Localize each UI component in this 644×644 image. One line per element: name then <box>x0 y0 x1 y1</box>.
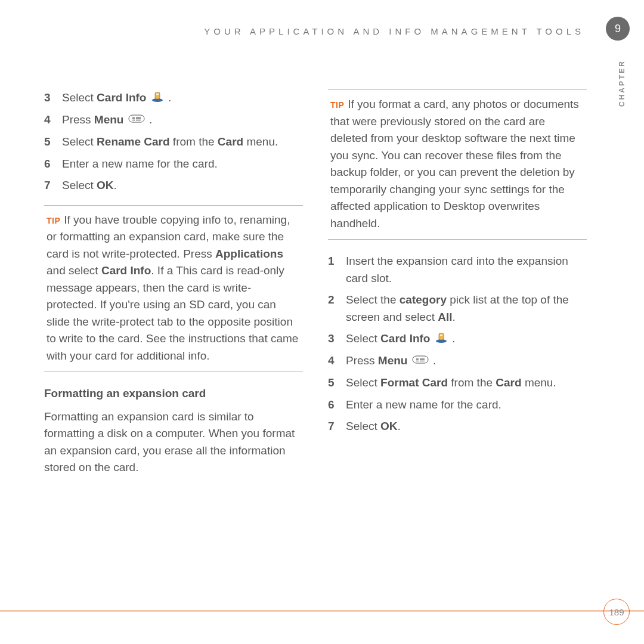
list-item: 4 Press Menu . <box>328 352 587 370</box>
list-item: 3 Select Card Info . <box>328 330 587 348</box>
page-number: 189 <box>603 599 630 625</box>
step-number: 7 <box>44 177 54 194</box>
step-number: 7 <box>328 418 338 435</box>
text: Select <box>62 135 97 148</box>
text: . <box>398 420 401 432</box>
text: from the <box>170 135 218 148</box>
svg-rect-1 <box>155 92 160 99</box>
list-item: 3 Select Card Info . <box>44 89 303 107</box>
body-paragraph: Formatting an expansion card is similar … <box>44 408 303 476</box>
step-number: 4 <box>44 112 54 129</box>
svg-rect-2 <box>156 94 159 95</box>
svg-rect-11 <box>439 333 444 340</box>
list-item: 6 Enter a new name for the card. <box>44 156 303 173</box>
bold-text: Card <box>218 135 243 148</box>
bold-text: Format Card <box>380 376 448 389</box>
svg-rect-19 <box>420 361 425 361</box>
step-number: 1 <box>328 253 338 287</box>
list-item: 7 Select OK. <box>44 177 303 194</box>
list-item: 7 Select OK. <box>328 418 587 435</box>
tip-label: TIP <box>47 216 60 225</box>
menu-icon <box>128 112 145 129</box>
text: Press <box>62 113 94 126</box>
menu-icon <box>412 353 429 370</box>
left-steps: 3 Select Card Info . 4 Press Menu <box>44 89 303 194</box>
tip-label: TIP <box>330 100 344 110</box>
bold-text: Card Info <box>101 264 151 277</box>
tip-box: TIPIf you have trouble copying info to, … <box>44 205 303 373</box>
text: . <box>452 332 455 345</box>
step-number: 6 <box>328 397 338 414</box>
right-steps: 1 Insert the expansion card into the exp… <box>328 253 587 435</box>
list-item: 6 Enter a new name for the card. <box>328 397 587 414</box>
card-info-icon <box>151 90 164 107</box>
tip-text: If you format a card, any photos or docu… <box>330 98 579 230</box>
step-number: 4 <box>328 352 338 370</box>
svg-rect-15 <box>416 359 419 360</box>
svg-rect-18 <box>420 359 425 360</box>
text: menu. <box>243 135 278 148</box>
svg-rect-16 <box>416 361 419 361</box>
text: Select <box>346 420 380 432</box>
step-text: Insert the expansion card into the expan… <box>346 253 587 287</box>
svg-rect-6 <box>132 120 135 120</box>
right-column: TIPIf you format a card, any photos or d… <box>328 89 587 486</box>
svg-rect-12 <box>440 335 442 336</box>
step-number: 6 <box>44 156 54 173</box>
chapter-label: CHAPTER <box>618 60 626 107</box>
footer-rule <box>0 611 644 612</box>
text: Select <box>62 91 97 104</box>
text: . <box>433 354 436 367</box>
bold-text: Applications <box>215 247 283 260</box>
list-item: 2 Select the category pick list at the t… <box>328 292 587 326</box>
tip-box: TIPIf you format a card, any photos or d… <box>328 89 587 240</box>
step-text: Select OK. <box>62 177 303 194</box>
content-columns: 3 Select Card Info . 4 Press Menu <box>44 89 587 486</box>
text: . <box>114 179 117 191</box>
step-text: Select OK. <box>346 418 587 435</box>
text: Select <box>62 179 97 191</box>
step-text: Enter a new name for the card. <box>62 156 303 173</box>
text: from the <box>448 376 496 389</box>
text: Select <box>346 376 380 389</box>
svg-rect-14 <box>416 358 419 358</box>
bold-text: Card <box>496 376 521 389</box>
step-text: Press Menu . <box>346 352 587 370</box>
step-text: Select Card Info . <box>62 89 303 107</box>
text: Press <box>346 354 378 367</box>
page: YOUR APPLICATION AND INFO MANAGEMENT TOO… <box>0 0 644 644</box>
bold-text: category <box>400 293 447 306</box>
text: . <box>452 311 455 323</box>
bold-text: Card Info <box>380 332 430 345</box>
svg-rect-8 <box>136 118 141 119</box>
step-number: 2 <box>328 292 338 326</box>
left-column: 3 Select Card Info . 4 Press Menu <box>44 89 303 486</box>
step-text: Select Rename Card from the Card menu. <box>62 134 303 151</box>
bold-text: Menu <box>378 354 408 367</box>
bold-text: Card Info <box>97 91 146 104</box>
page-header: YOUR APPLICATION AND INFO MANAGEMENT TOO… <box>0 26 596 36</box>
bold-text: OK <box>380 420 398 432</box>
step-text: Enter a new name for the card. <box>346 397 587 414</box>
card-info-icon <box>435 331 448 348</box>
bold-text: OK <box>97 179 114 191</box>
list-item: 4 Press Menu . <box>44 112 303 129</box>
step-text: Select Format Card from the Card menu. <box>346 374 587 392</box>
section-heading: Formatting an expansion card <box>44 385 303 402</box>
svg-rect-9 <box>136 120 141 120</box>
text: menu. <box>522 376 556 389</box>
svg-rect-4 <box>132 117 135 117</box>
step-text: Select Card Info . <box>346 330 587 348</box>
svg-rect-5 <box>132 118 135 119</box>
text: . <box>168 91 171 104</box>
step-number: 5 <box>328 374 338 392</box>
list-item: 5 Select Rename Card from the Card menu. <box>44 134 303 151</box>
step-number: 3 <box>328 330 338 348</box>
chapter-number-badge: 9 <box>606 17 630 41</box>
text: Select <box>346 332 380 345</box>
tip-text: and select <box>47 264 101 277</box>
bold-text: All <box>438 311 452 323</box>
svg-rect-7 <box>136 117 141 117</box>
svg-rect-17 <box>420 358 425 358</box>
text: . <box>149 113 152 126</box>
